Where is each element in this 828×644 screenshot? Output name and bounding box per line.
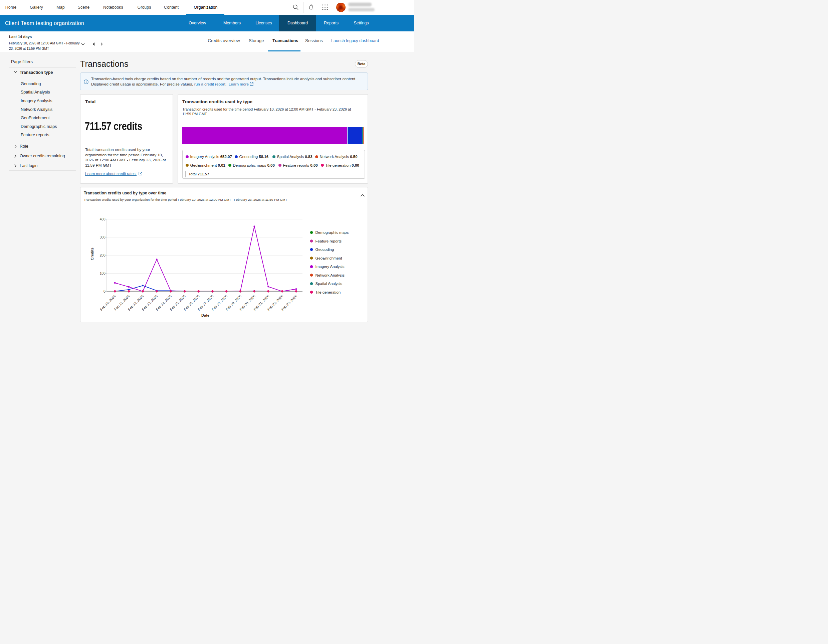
svg-text:0: 0	[104, 290, 105, 293]
svg-text:Demographic maps: Demographic maps	[315, 231, 349, 234]
svg-text:Feature reports: Feature reports	[315, 239, 342, 243]
svg-text:Spatial Analysis: Spatial Analysis	[315, 281, 343, 286]
svg-text:Credits: Credits	[90, 248, 94, 260]
svg-text:200: 200	[100, 253, 105, 257]
svg-text:Network Analysis: Network Analysis	[315, 273, 345, 277]
svg-text:Tile generation: Tile generation	[315, 290, 341, 294]
svg-text:300: 300	[100, 236, 105, 239]
svg-text:Imagery Analysis: Imagery Analysis	[315, 265, 345, 269]
svg-text:Geocoding: Geocoding	[315, 248, 334, 251]
svg-text:Date: Date	[201, 313, 209, 317]
svg-text:100: 100	[100, 272, 105, 275]
svg-text:GeoEnrichment: GeoEnrichment	[315, 256, 343, 260]
svg-text:400: 400	[100, 217, 105, 221]
